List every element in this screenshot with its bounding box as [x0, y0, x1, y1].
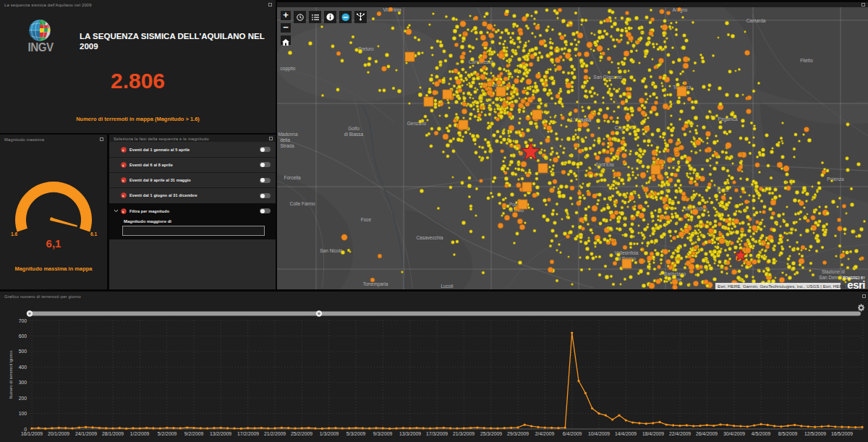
svg-text:1/3/2009: 1/3/2009: [320, 431, 339, 436]
svg-text:16/5/2009: 16/5/2009: [831, 431, 853, 436]
svg-text:0: 0: [24, 427, 27, 432]
svg-text:13/3/2009: 13/3/2009: [399, 431, 421, 436]
svg-text:28/1/2009: 28/1/2009: [102, 431, 124, 436]
svg-text:San Nicola: San Nicola: [320, 248, 343, 253]
svg-text:22/4/2009: 22/4/2009: [669, 431, 691, 436]
svg-text:200: 200: [19, 396, 27, 401]
svg-text:Esri, HERE, Garmin, GeoTechnol: Esri, HERE, Garmin, GeoTechnologies, Inc…: [718, 284, 846, 289]
svg-text:Stazione di: Stazione di: [822, 269, 845, 274]
svg-text:6/4/2009: 6/4/2009: [563, 431, 582, 436]
svg-text:Numero di terremoti \giorno: Numero di terremoti \giorno: [9, 351, 13, 399]
svg-text:1/2/2009: 1/2/2009: [130, 431, 150, 436]
svg-text:400: 400: [19, 365, 27, 370]
svg-text:5/3/2009: 5/3/2009: [346, 431, 366, 436]
svg-text:25/2/2009: 25/2/2009: [291, 431, 312, 436]
svg-text:Casavecchia: Casavecchia: [416, 235, 443, 240]
svg-text:29/3/2009: 29/3/2009: [507, 431, 529, 436]
svg-text:coppito: coppito: [281, 66, 296, 72]
svg-text:Golfo: Golfo: [348, 126, 359, 131]
svg-text:18/4/2009: 18/4/2009: [642, 431, 664, 436]
svg-text:Camarda: Camarda: [746, 18, 766, 23]
svg-text:Torremparia: Torremparia: [363, 281, 388, 287]
svg-text:700: 700: [19, 318, 27, 323]
svg-text:Madonna: Madonna: [278, 132, 297, 137]
svg-text:300: 300: [19, 380, 27, 385]
svg-text:12/5/2009: 12/5/2009: [804, 431, 826, 436]
svg-text:Poienza: Poienza: [827, 177, 844, 182]
svg-text:25/3/2009: 25/3/2009: [480, 431, 502, 436]
svg-text:21/3/2009: 21/3/2009: [453, 431, 475, 436]
svg-text:9/3/2009: 9/3/2009: [373, 431, 393, 436]
svg-text:13/2/2009: 13/2/2009: [210, 431, 231, 436]
svg-text:Forcella: Forcella: [284, 175, 301, 180]
svg-text:8/5/2009: 8/5/2009: [778, 431, 798, 436]
svg-text:9/2/2009: 9/2/2009: [184, 431, 204, 436]
svg-text:26/4/2009: 26/4/2009: [696, 431, 718, 436]
svg-text:esri: esri: [847, 279, 865, 289]
svg-text:San Giacomo: San Giacomo: [593, 75, 622, 80]
svg-text:21/2/2009: 21/2/2009: [264, 431, 286, 436]
svg-text:Foce: Foce: [361, 217, 372, 222]
svg-text:della: della: [280, 137, 290, 143]
svg-text:di Biassa: di Biassa: [344, 132, 364, 137]
svg-text:100: 100: [19, 411, 27, 416]
svg-text:5/2/2009: 5/2/2009: [158, 431, 177, 436]
svg-text:24/1/2009: 24/1/2009: [75, 431, 97, 436]
svg-text:30/4/2009: 30/4/2009: [723, 431, 745, 436]
svg-text:Colle Farnio: Colle Farnio: [289, 201, 315, 206]
svg-text:16/1/2009: 16/1/2009: [21, 431, 43, 436]
svg-text:17/3/2009: 17/3/2009: [426, 431, 448, 436]
svg-text:Filetto: Filetto: [800, 58, 813, 63]
svg-text:17/2/2009: 17/2/2009: [237, 431, 259, 436]
svg-text:Strada: Strada: [280, 143, 294, 148]
svg-text:500: 500: [19, 349, 27, 354]
svg-text:Lucoli: Lucoli: [441, 284, 454, 289]
svg-text:4/5/2009: 4/5/2009: [752, 431, 771, 436]
svg-text:2/4/2009: 2/4/2009: [535, 431, 555, 436]
svg-text:10/4/2009: 10/4/2009: [588, 431, 610, 436]
svg-text:14/4/2009: 14/4/2009: [615, 431, 637, 436]
svg-text:20/1/2009: 20/1/2009: [48, 431, 69, 436]
svg-text:600: 600: [19, 333, 27, 339]
